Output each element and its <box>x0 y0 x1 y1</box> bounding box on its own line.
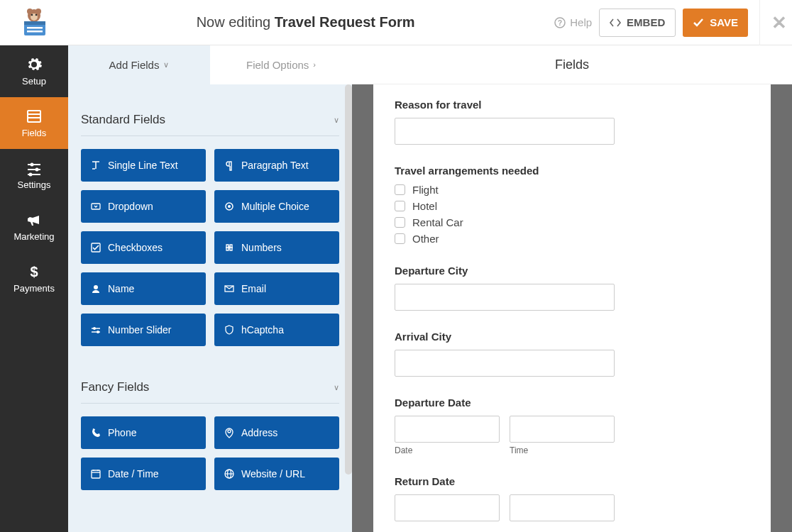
date-time-icon <box>91 469 101 479</box>
field-label: Departure Date <box>395 397 749 409</box>
field-type-dropdown[interactable]: Dropdown <box>81 190 206 223</box>
field-type-label: Multiple Choice <box>241 201 309 212</box>
phone-icon <box>91 428 101 438</box>
field-type-label: Single Line Text <box>108 160 178 171</box>
field-type-paragraph-text[interactable]: Paragraph Text <box>214 149 339 182</box>
svg-rect-34 <box>92 470 100 478</box>
field-type-label: Dropdown <box>108 201 153 212</box>
sublabel: Time <box>510 445 615 455</box>
time-input[interactable] <box>510 416 615 443</box>
checkbox-label: Hotel <box>412 200 437 212</box>
chevron-right-icon: › <box>313 45 316 84</box>
save-button[interactable]: SAVE <box>683 9 748 37</box>
gear-icon <box>26 56 43 73</box>
dollar-icon: $ <box>26 263 43 280</box>
svg-text:#: # <box>227 244 231 251</box>
chevron-down-icon: ∨ <box>334 116 339 125</box>
sidebar-item-payments[interactable]: $ Payments <box>0 253 68 304</box>
svg-point-16 <box>31 163 34 167</box>
sidebar-label: Marketing <box>13 231 54 242</box>
svg-point-20 <box>29 173 33 177</box>
field-type-label: Phone <box>108 427 136 438</box>
svg-point-30 <box>93 327 96 330</box>
field-type-hcaptcha[interactable]: hCaptcha <box>214 314 339 346</box>
field-type-label: Website / URL <box>241 468 305 480</box>
chevron-down-icon: ∨ <box>334 383 339 392</box>
checkbox-input[interactable] <box>395 217 405 228</box>
checkbox-label: Flight <box>412 184 439 196</box>
field-type-date-time[interactable]: Date / Time <box>81 458 206 490</box>
sidebar-label: Settings <box>18 179 51 190</box>
paragraph-text-icon <box>224 160 234 170</box>
website-url-icon <box>224 469 234 479</box>
checkboxes-icon <box>91 243 101 253</box>
checkbox-label: Rental Car <box>412 216 463 228</box>
field-departure-date[interactable]: Departure Date Date Time <box>395 397 749 455</box>
sidebar-label: Fields <box>22 128 47 138</box>
svg-text:?: ? <box>558 19 562 27</box>
form-preview: Reason for travel Travel arrangements ne… <box>373 84 771 532</box>
tab-add-fields[interactable]: Add Fields ∨ <box>68 45 210 84</box>
field-type-website-url[interactable]: Website / URL <box>214 458 339 490</box>
dropdown-icon <box>91 201 101 211</box>
text-input[interactable] <box>395 118 615 145</box>
checkbox-option[interactable]: Hotel <box>395 200 749 212</box>
field-type-numbers[interactable]: #Numbers <box>214 231 339 264</box>
sidebar-item-marketing[interactable]: Marketing <box>0 201 68 253</box>
checkbox-input[interactable] <box>395 184 405 195</box>
numbers-icon: # <box>224 243 234 253</box>
field-type-multiple-choice[interactable]: Multiple Choice <box>214 190 339 223</box>
form-icon <box>26 108 43 125</box>
section-standard-fields[interactable]: Standard Fields ∨ <box>81 97 339 136</box>
code-icon <box>610 18 621 28</box>
app-logo <box>11 0 57 45</box>
checkbox-option[interactable]: Other <box>395 233 749 245</box>
svg-rect-22 <box>92 204 100 209</box>
field-type-label: Numbers <box>241 242 282 253</box>
single-line-text-icon <box>91 160 101 170</box>
sidebar-item-settings[interactable]: Settings <box>0 149 68 201</box>
sidebar-item-setup[interactable]: Setup <box>0 45 68 97</box>
date-input[interactable] <box>395 494 500 521</box>
checkbox-option[interactable]: Rental Car <box>395 216 749 228</box>
help-link[interactable]: ? Help <box>554 16 592 28</box>
svg-text:$: $ <box>30 264 38 279</box>
help-icon: ? <box>554 17 566 28</box>
check-icon <box>693 18 704 28</box>
checkbox-input[interactable] <box>395 201 405 211</box>
field-departure-city[interactable]: Departure City <box>395 265 749 311</box>
text-input[interactable] <box>395 284 615 311</box>
embed-button[interactable]: EMBED <box>599 9 676 37</box>
field-reason[interactable]: Reason for travel <box>395 99 749 145</box>
tab-field-options[interactable]: Field Options › <box>210 45 352 84</box>
field-label: Reason for travel <box>395 99 749 111</box>
field-type-checkboxes[interactable]: Checkboxes <box>81 231 206 264</box>
text-input[interactable] <box>395 350 615 377</box>
field-type-phone[interactable]: Phone <box>81 416 206 449</box>
sliders-icon <box>26 160 43 177</box>
checkbox-option[interactable]: Flight <box>395 184 749 196</box>
field-label: Arrival City <box>395 331 749 343</box>
field-type-number-slider[interactable]: Number Slider <box>81 314 206 346</box>
field-return-date[interactable]: Return Date <box>395 475 749 521</box>
time-input[interactable] <box>510 494 615 521</box>
field-type-email[interactable]: Email <box>214 272 339 305</box>
checkbox-input[interactable] <box>395 233 405 244</box>
field-type-address[interactable]: Address <box>214 416 339 449</box>
multiple-choice-icon <box>224 201 234 211</box>
panel-scrollbar[interactable] <box>345 84 352 475</box>
close-button[interactable]: ✕ <box>759 0 781 45</box>
email-icon <box>224 284 234 294</box>
svg-point-18 <box>35 168 39 172</box>
address-icon <box>224 428 234 438</box>
date-input[interactable] <box>395 416 500 443</box>
field-arrival-city[interactable]: Arrival City <box>395 331 749 377</box>
field-type-single-line-text[interactable]: Single Line Text <box>81 149 206 182</box>
sidebar-label: Payments <box>13 283 55 294</box>
field-arrangements[interactable]: Travel arrangements needed FlightHotelRe… <box>395 165 749 245</box>
field-type-name[interactable]: Name <box>81 272 206 305</box>
svg-point-2 <box>35 9 41 14</box>
field-label: Departure City <box>395 265 749 277</box>
section-fancy-fields[interactable]: Fancy Fields ∨ <box>81 365 339 404</box>
sidebar-item-fields[interactable]: Fields <box>0 97 68 149</box>
